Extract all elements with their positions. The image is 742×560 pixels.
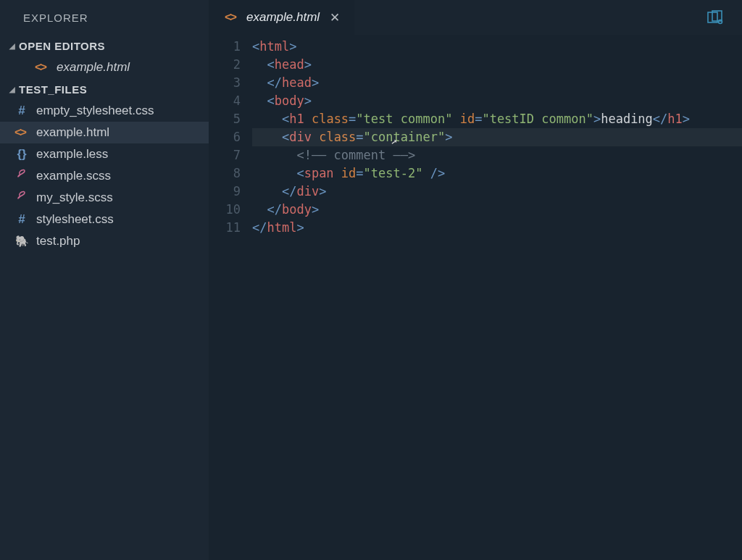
file-item[interactable]: 🐘test.php bbox=[0, 230, 209, 252]
less-file-icon: {} bbox=[14, 147, 29, 162]
html-file-icon: << bbox=[14, 125, 29, 140]
css-file-icon: # bbox=[14, 104, 29, 118]
file-item[interactable]: my_style.scss bbox=[0, 187, 209, 209]
file-name: example.html bbox=[36, 125, 109, 140]
chevron-down-icon: ◢ bbox=[6, 85, 19, 93]
tab-bar: << example.html ✕ bbox=[209, 0, 742, 35]
line-number: 11 bbox=[209, 219, 241, 237]
code-line[interactable]: </div> bbox=[252, 183, 742, 201]
code-line[interactable]: <head> bbox=[252, 56, 742, 74]
file-name: my_style.scss bbox=[36, 191, 113, 205]
file-item[interactable]: example.scss bbox=[0, 165, 209, 187]
code-line[interactable]: <!—— comment ——> bbox=[252, 146, 742, 164]
explorer-sidebar: EXPLORER ◢ OPEN EDITORS <<example.html ◢… bbox=[0, 0, 209, 560]
scss-file-icon bbox=[14, 169, 29, 184]
file-name: example.less bbox=[36, 147, 108, 162]
explorer-title: EXPLORER bbox=[0, 0, 209, 35]
split-editor-icon[interactable] bbox=[707, 10, 723, 28]
file-name: example.scss bbox=[36, 169, 111, 183]
code-line[interactable]: <h1 class="test common" id="testID commo… bbox=[252, 110, 742, 128]
active-line-highlight bbox=[252, 128, 742, 146]
code-line[interactable]: </head> bbox=[252, 74, 742, 92]
code-line[interactable]: <body> bbox=[252, 92, 742, 110]
chevron-down-icon: ◢ bbox=[6, 42, 19, 50]
line-number: 1 bbox=[209, 38, 241, 56]
file-name: stylesheet.css bbox=[36, 212, 114, 227]
editor-area: << example.html ✕ 1234567891011 <html> <… bbox=[209, 0, 742, 560]
line-number: 2 bbox=[209, 56, 241, 74]
tab-example-html[interactable]: << example.html ✕ bbox=[209, 0, 354, 35]
code-content[interactable]: <html> <head> </head> <body> <h1 class="… bbox=[252, 38, 742, 560]
svg-point-2 bbox=[719, 20, 722, 24]
code-line[interactable]: </html> bbox=[252, 219, 742, 237]
open-editor-item[interactable]: <<example.html bbox=[0, 57, 209, 78]
line-number: 4 bbox=[209, 92, 241, 110]
file-item[interactable]: #empty_stylesheet.css bbox=[0, 100, 209, 122]
file-item[interactable]: #stylesheet.css bbox=[0, 209, 209, 230]
file-item[interactable]: {}example.less bbox=[0, 143, 209, 165]
file-name: empty_stylesheet.css bbox=[36, 104, 154, 118]
folder-section[interactable]: ◢ TEST_FILES bbox=[0, 78, 209, 100]
line-number: 8 bbox=[209, 164, 241, 183]
line-number: 9 bbox=[209, 183, 241, 201]
css-file-icon: # bbox=[14, 212, 29, 227]
line-gutter: 1234567891011 bbox=[209, 38, 252, 560]
line-number: 6 bbox=[209, 128, 241, 146]
html-file-icon: << bbox=[35, 60, 49, 75]
file-item[interactable]: <<example.html bbox=[0, 122, 209, 143]
code-line[interactable]: <html> bbox=[252, 38, 742, 56]
close-icon[interactable]: ✕ bbox=[327, 9, 343, 27]
open-editors-label: OPEN EDITORS bbox=[19, 40, 105, 52]
line-number: 10 bbox=[209, 201, 241, 219]
code-line[interactable]: </body> bbox=[252, 201, 742, 219]
folder-label: TEST_FILES bbox=[19, 83, 87, 96]
php-file-icon: 🐘 bbox=[14, 235, 29, 248]
tab-filename: example.html bbox=[246, 10, 320, 25]
line-number: 5 bbox=[209, 110, 241, 128]
file-name: test.php bbox=[36, 234, 80, 248]
file-name: example.html bbox=[57, 60, 130, 75]
code-editor[interactable]: 1234567891011 <html> <head> </head> <bod… bbox=[209, 35, 742, 560]
html-file-icon: << bbox=[225, 10, 239, 25]
line-number: 3 bbox=[209, 74, 241, 92]
scss-file-icon bbox=[14, 191, 29, 206]
open-editors-section[interactable]: ◢ OPEN EDITORS bbox=[0, 35, 209, 57]
line-number: 7 bbox=[209, 146, 241, 164]
code-line[interactable]: <span id="test-2" /> bbox=[252, 164, 742, 183]
